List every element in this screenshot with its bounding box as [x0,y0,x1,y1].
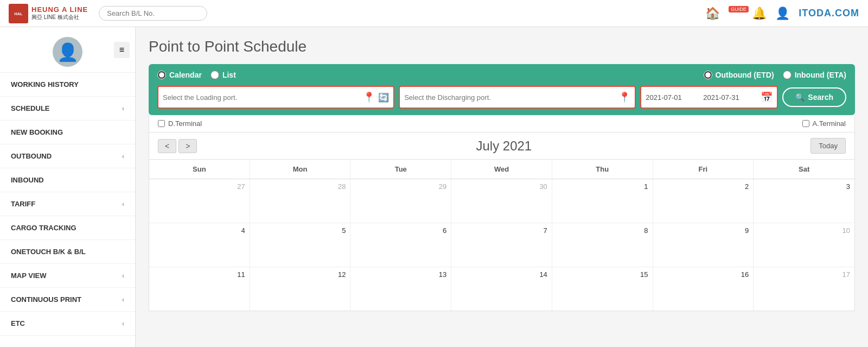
navbar-right: 🏠 GUIDE 🔔 👤 ITODA.COM [705,7,859,21]
cal-cell-15[interactable]: 15 [552,267,653,311]
day-header-wed: Wed [451,160,552,179]
cal-cell-29[interactable]: 29 [350,179,451,223]
sidebar-avatar-area: 👤 ≡ [0,27,135,73]
a-terminal-checkbox[interactable] [802,120,809,127]
cal-cell-10[interactable]: 10 [754,223,854,267]
user-icon[interactable]: 👤 [775,7,790,21]
page-title: Point to Point Schedule [149,38,855,55]
cal-cell-3[interactable]: 3 [754,179,854,223]
main-layout: 👤 ≡ WORKING HISTORY SCHEDULE ‹ NEW BOOKI… [0,27,868,347]
a-terminal-label[interactable]: A.Terminal [802,119,846,128]
watermark-text: ITODA.COM [799,8,859,19]
cal-cell-17[interactable]: 17 [754,267,854,311]
chevron-icon: ‹ [122,296,124,304]
loading-port-input[interactable] [163,93,360,102]
guide-badge: GUIDE [729,6,749,12]
search-button[interactable]: 🔍 Search [782,87,846,107]
calendar-header: < > July 2021 Today [149,133,855,160]
content-area: Point to Point Schedule Calendar List Ou… [136,27,868,347]
date-from-input[interactable] [646,93,700,102]
cal-cell-9[interactable]: 9 [653,223,754,267]
day-header-sat: Sat [754,160,854,179]
d-terminal-checkbox[interactable] [158,120,165,127]
cal-cell-11[interactable]: 11 [149,267,250,311]
terminal-row: D.Terminal A.Terminal [149,115,855,133]
sidebar-item-inbound[interactable]: INBOUND [0,168,135,192]
day-header-tue: Tue [350,160,451,179]
calendar-grid: Sun Mon Tue Wed Thu Fri Sat 27 28 29 30 … [149,160,855,311]
radio-inbound[interactable] [783,71,792,79]
cal-cell-8[interactable]: 8 [552,223,653,267]
logo-icon: HAL [9,4,28,23]
cal-cell-28[interactable]: 28 [250,179,351,223]
prev-month-button[interactable]: < [158,139,176,153]
calendar-days-header: Sun Mon Tue Wed Thu Fri Sat [149,160,854,179]
loading-port-pin-icon: 📍 [363,91,375,103]
filter-bar-top: Calendar List Outbound (ETD) Inbound (ET… [149,64,855,86]
logo-line1: HEUNG A LINE [31,5,88,14]
discharging-port-pin-icon: 📍 [618,91,630,103]
day-header-sun: Sun [149,160,250,179]
sidebar-item-schedule[interactable]: SCHEDULE ‹ [0,97,135,121]
day-header-fri: Fri [653,160,754,179]
discharging-port-input[interactable] [404,93,615,102]
radio-calendar-label[interactable]: Calendar [157,71,202,79]
radio-calendar[interactable] [157,71,166,79]
day-header-thu: Thu [552,160,653,179]
cal-cell-16[interactable]: 16 [653,267,754,311]
chevron-icon: ‹ [122,320,124,327]
home-icon[interactable]: 🏠 [705,7,720,21]
avatar: 👤 [53,37,82,67]
sidebar-item-outbound[interactable]: OUTBOUND ‹ [0,144,135,168]
calendar-week-2: 4 5 6 7 8 9 10 [149,223,854,267]
cal-cell-4[interactable]: 4 [149,223,250,267]
day-header-mon: Mon [250,160,351,179]
today-button[interactable]: Today [810,138,846,154]
chevron-icon: ‹ [122,153,124,160]
sidebar-item-etc[interactable]: ETC ‹ [0,312,135,336]
calendar-icon[interactable]: 📅 [761,91,773,103]
bell-icon[interactable]: 🔔 [752,7,767,20]
navbar: HAL HEUNG A LINE 興亞 LINE 株式会社 🏠 GUIDE 🔔 … [0,0,868,27]
next-month-button[interactable]: > [178,139,197,153]
svg-text:HAL: HAL [15,11,23,16]
d-terminal-label[interactable]: D.Terminal [158,119,202,128]
date-to-input[interactable] [703,93,757,102]
cal-cell-2[interactable]: 2 [653,179,754,223]
guide-area: GUIDE 🔔 [729,7,767,21]
menu-toggle-button[interactable]: ≡ [114,42,130,58]
cal-cell-6[interactable]: 6 [350,223,451,267]
sidebar-item-cargo-tracking[interactable]: CARGO TRACKING [0,216,135,240]
sidebar-item-map-view[interactable]: MAP VIEW ‹ [0,264,135,288]
radio-list[interactable] [210,71,219,79]
cal-cell-14[interactable]: 14 [451,267,552,311]
radio-outbound-label[interactable]: Outbound (ETD) [704,71,774,79]
cal-cell-30[interactable]: 30 [451,179,552,223]
cal-cell-1[interactable]: 1 [552,179,653,223]
calendar-week-1: 27 28 29 30 1 2 3 [149,179,854,223]
cal-cell-7[interactable]: 7 [451,223,552,267]
sidebar-item-working-history[interactable]: WORKING HISTORY [0,73,135,97]
filter-bar-bottom: 📍 🔄 📍 📅 🔍 Search [149,86,855,115]
cal-cell-13[interactable]: 13 [350,267,451,311]
view-mode-radio-group: Calendar List [157,71,236,79]
chevron-icon: ‹ [122,105,124,112]
cal-cell-27[interactable]: 27 [149,179,250,223]
calendar-month-title: July 2021 [197,138,810,154]
sidebar: 👤 ≡ WORKING HISTORY SCHEDULE ‹ NEW BOOKI… [0,27,136,347]
chevron-icon: ‹ [122,200,124,208]
cal-cell-12[interactable]: 12 [250,267,351,311]
cal-cell-5[interactable]: 5 [250,223,351,267]
radio-inbound-label[interactable]: Inbound (ETA) [783,71,846,79]
radio-outbound[interactable] [704,71,712,79]
swap-icon[interactable]: 🔄 [378,92,389,103]
sidebar-item-new-booking[interactable]: NEW BOOKING [0,121,135,144]
sidebar-item-tariff[interactable]: TARIFF ‹ [0,192,135,216]
radio-list-label[interactable]: List [210,71,236,79]
search-bl-input[interactable] [99,6,207,21]
logo-text: HEUNG A LINE 興亞 LINE 株式会社 [31,5,88,21]
sidebar-item-continuous-print[interactable]: CONTINUOUS PRINT ‹ [0,288,135,312]
search-btn-icon: 🔍 [795,93,805,102]
sidebar-item-onetouch[interactable]: ONETOUCH B/K & B/L [0,240,135,264]
loading-port-box: 📍 🔄 [157,86,394,109]
